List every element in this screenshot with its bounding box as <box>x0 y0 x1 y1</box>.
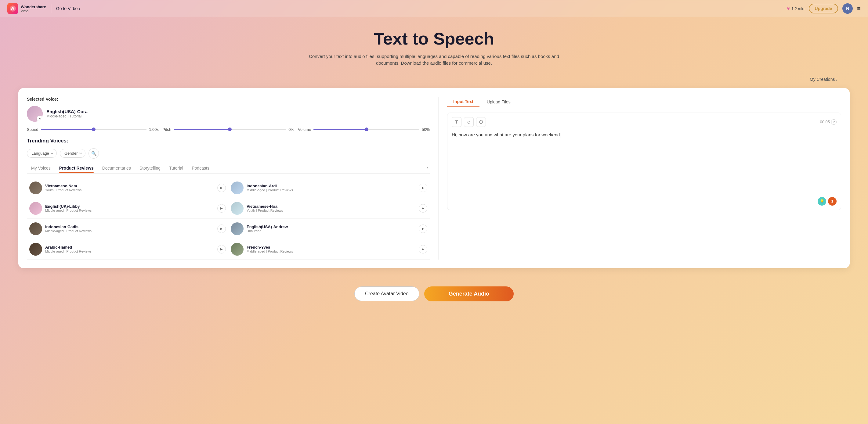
voice-name: English(UK)-Libby <box>45 204 214 209</box>
my-creations-anchor[interactable]: My Creations › <box>810 77 837 82</box>
list-item[interactable]: Arabic-Hamed Middle-aged | Product Revie… <box>27 239 228 260</box>
pitch-fill <box>174 129 230 130</box>
go-virbo-button[interactable]: Go to Virbo › <box>56 6 80 11</box>
selected-voice-row: ▶ English(USA)-Cora Middle-aged | Tutori… <box>27 106 430 122</box>
voice-play-btn[interactable]: ▶ <box>419 204 427 213</box>
list-item[interactable]: Vietnamese-Hoai Youth | Product Reviews … <box>228 198 430 219</box>
list-item[interactable]: English(UK)-Libby Middle-aged | Product … <box>27 198 228 219</box>
upgrade-button[interactable]: Upgrade <box>809 4 838 13</box>
list-item[interactable]: Indonesian-Ardi Middle-aged | Product Re… <box>228 178 430 198</box>
voice-avatar-vietnamese-hoai <box>231 202 244 215</box>
voice-meta: Unhurried <box>247 229 416 233</box>
voice-play-btn[interactable]: ▶ <box>419 245 427 254</box>
voice-info-french-yves: French-Yves Middle-aged | Product Review… <box>247 245 416 253</box>
voice-name: Indonesian-Gadis <box>45 225 214 229</box>
svg-text:W: W <box>11 7 14 11</box>
my-creations-link[interactable]: My Creations › <box>0 76 868 82</box>
notification-area: 💡 1 <box>818 197 837 205</box>
voice-search-button[interactable]: 🔍 <box>89 148 99 159</box>
selected-voice-play[interactable]: ▶ <box>37 116 43 122</box>
notification-badge-count[interactable]: 1 <box>828 197 837 205</box>
logo-brand: Wondershare <box>21 5 46 9</box>
voice-name: Vietnamese-Nam <box>45 184 214 188</box>
speed-control: Speed 1.00x <box>27 127 159 132</box>
audio-timer: 00:05 ? <box>820 119 837 125</box>
pitch-slider[interactable] <box>174 129 286 130</box>
list-item[interactable]: French-Yves Middle-aged | Product Review… <box>228 239 430 260</box>
voice-play-btn[interactable]: ▶ <box>217 225 226 233</box>
selected-voice-name: English(USA)-Cora <box>46 109 88 114</box>
search-icon: 🔍 <box>91 151 96 156</box>
tabs-chevron-right[interactable]: › <box>426 163 430 173</box>
tab-upload-files[interactable]: Upload Files <box>481 97 517 107</box>
voice-meta: Middle-aged | Product Reviews <box>45 229 214 233</box>
voice-name: Vietnamese-Hoai <box>247 204 416 209</box>
voice-info-vietnamese-hoai: Vietnamese-Hoai Youth | Product Reviews <box>247 204 416 212</box>
voice-play-btn[interactable]: ▶ <box>419 184 427 192</box>
hero-section: Text to Speech Convert your text into au… <box>0 17 868 76</box>
main-card: Selected Voice: ▶ English(USA)-Cora Midd… <box>18 88 850 268</box>
tab-my-voices[interactable]: My Voices <box>27 163 55 173</box>
trending-label: Trending Voices: <box>27 138 430 144</box>
voice-meta: Middle-aged | Product Reviews <box>45 250 214 253</box>
voice-info-arabic-hamed: Arabic-Hamed Middle-aged | Product Revie… <box>45 245 214 253</box>
voice-avatar-english-uk-libby <box>29 202 42 215</box>
timer-button[interactable]: ⏱ <box>476 117 486 127</box>
text-toolbar-left: T ☺ ⏱ <box>452 117 486 127</box>
gender-select[interactable]: Gender <box>60 149 86 158</box>
voice-avatar-indonesian-gadis <box>29 222 42 235</box>
voice-play-btn[interactable]: ▶ <box>419 225 427 233</box>
tab-tutorial[interactable]: Tutorial <box>165 163 187 173</box>
go-virbo-chevron: › <box>79 6 80 11</box>
voice-meta: Youth | Product Reviews <box>45 188 214 192</box>
tab-storytelling[interactable]: Storytelling <box>135 163 165 173</box>
list-item[interactable]: English(USA)-Andrew Unhurried ▶ <box>228 219 430 239</box>
text-toolbar: T ☺ ⏱ 00:05 ? <box>452 117 837 127</box>
voice-info-vietnamese-nam: Vietnamese-Nam Youth | Product Reviews <box>45 184 214 192</box>
voice-avatar-indonesian-ardi <box>231 182 244 194</box>
voice-play-btn[interactable]: ▶ <box>217 204 226 213</box>
text-format-button[interactable]: T <box>452 117 462 127</box>
voice-avatar-vietnamese-nam <box>29 182 42 194</box>
tab-documentaries[interactable]: Documentaries <box>98 163 135 173</box>
voice-name: Arabic-Hamed <box>45 245 214 250</box>
voice-play-btn[interactable]: ▶ <box>217 245 226 254</box>
voice-meta: Middle-aged | Product Reviews <box>247 188 416 192</box>
user-avatar[interactable]: N <box>842 3 853 14</box>
volume-slider[interactable] <box>313 129 420 130</box>
list-item[interactable]: Vietnamese-Nam Youth | Product Reviews ▶ <box>27 178 228 198</box>
voice-name: Indonesian-Ardi <box>247 184 416 188</box>
volume-fill <box>313 129 366 130</box>
voice-controls: Speed 1.00x Pitch 0% Volume <box>27 127 430 132</box>
language-select[interactable]: Language <box>27 149 57 158</box>
voice-avatar-french-yves <box>231 243 244 256</box>
voice-play-btn[interactable]: ▶ <box>217 184 226 192</box>
volume-control: Volume 50% <box>298 127 430 132</box>
selected-voice-avatar: ▶ <box>27 106 43 122</box>
tab-podcasts[interactable]: Podcasts <box>187 163 214 173</box>
logo-wrapper: W Wondershare Virbo <box>7 3 46 14</box>
create-avatar-button[interactable]: Create Avatar Video <box>354 287 420 301</box>
page-title: Text to Speech <box>6 29 862 48</box>
filter-row: Language Gender 🔍 <box>27 148 430 159</box>
notification-badge-teal[interactable]: 💡 <box>818 197 826 205</box>
list-item[interactable]: Indonesian-Gadis Middle-aged | Product R… <box>27 219 228 239</box>
lightbulb-icon: 💡 <box>820 199 824 203</box>
tab-product-reviews[interactable]: Product Reviews <box>55 163 98 173</box>
generate-audio-button[interactable]: Generate Audio <box>424 287 514 301</box>
voice-meta: Middle-aged | Product Reviews <box>45 209 214 212</box>
right-panel: Input Text Upload Files T ☺ ⏱ 00:05 <box>438 97 841 260</box>
speed-value: 1.00x <box>149 127 159 132</box>
tab-input-text[interactable]: Input Text <box>447 97 479 107</box>
text-format-icon: T <box>455 120 458 125</box>
text-input-content[interactable]: Hi, how are you and what are your plans … <box>452 131 837 138</box>
timer-value: 00:05 <box>820 120 830 124</box>
help-icon[interactable]: ? <box>831 119 837 125</box>
menu-icon[interactable]: ≡ <box>857 5 861 12</box>
timer-icon: ⏱ <box>479 120 483 125</box>
voice-info-english-uk-libby: English(UK)-Libby Middle-aged | Product … <box>45 204 214 212</box>
speed-slider[interactable] <box>41 129 147 130</box>
navbar-divider <box>51 4 51 13</box>
emoji-button[interactable]: ☺ <box>464 117 474 127</box>
underlined-word: weekend <box>541 132 560 137</box>
